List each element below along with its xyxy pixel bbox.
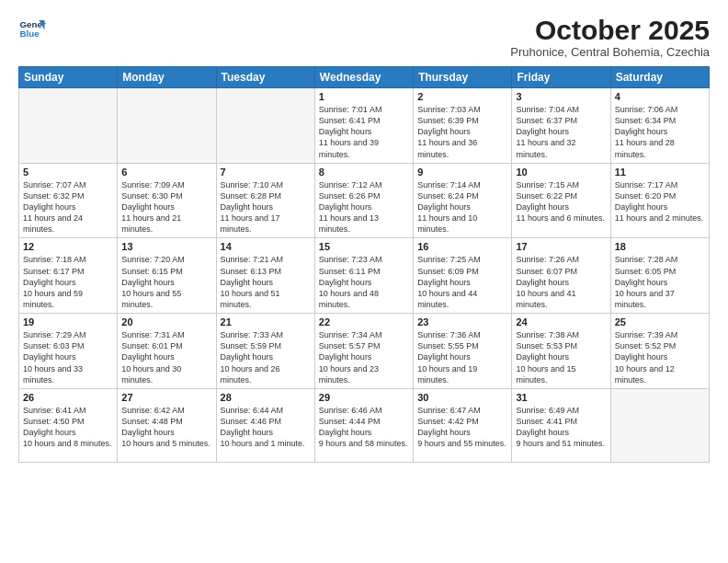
calendar-cell: 11Sunrise: 7:17 AMSunset: 6:20 PMDayligh…: [610, 163, 709, 238]
calendar-cell: 10Sunrise: 7:15 AMSunset: 6:22 PMDayligh…: [512, 163, 610, 238]
weekday-header-tuesday: Tuesday: [216, 67, 314, 88]
calendar-cell: 20Sunrise: 7:31 AMSunset: 6:01 PMDayligh…: [118, 314, 216, 389]
cell-text: Sunrise: 6:47 AMSunset: 4:42 PMDaylight …: [417, 405, 507, 450]
calendar-cell: 23Sunrise: 7:36 AMSunset: 5:55 PMDayligh…: [414, 314, 512, 389]
cell-text: Sunrise: 7:39 AMSunset: 5:52 PMDaylight …: [615, 329, 705, 385]
cell-text: Sunrise: 6:42 AMSunset: 4:48 PMDaylight …: [121, 405, 211, 450]
logo: General Blue: [18, 15, 46, 42]
calendar-cell: 15Sunrise: 7:23 AMSunset: 6:11 PMDayligh…: [314, 238, 413, 314]
calendar-cell: 21Sunrise: 7:33 AMSunset: 5:59 PMDayligh…: [216, 314, 314, 389]
calendar-cell: 30Sunrise: 6:47 AMSunset: 4:42 PMDayligh…: [414, 388, 512, 462]
day-number: 10: [516, 167, 606, 178]
day-number: 5: [23, 167, 113, 178]
day-number: 19: [23, 316, 113, 327]
day-number: 23: [417, 316, 507, 327]
cell-text: Sunrise: 7:09 AMSunset: 6:30 PMDaylight …: [121, 179, 211, 236]
cell-text: Sunrise: 7:26 AMSunset: 6:07 PMDaylight …: [516, 254, 606, 310]
day-number: 15: [319, 241, 409, 252]
day-number: 30: [417, 392, 507, 403]
cell-text: Sunrise: 7:12 AMSunset: 6:26 PMDaylight …: [319, 179, 409, 236]
calendar-cell: 12Sunrise: 7:18 AMSunset: 6:17 PMDayligh…: [19, 238, 118, 314]
cell-text: Sunrise: 7:04 AMSunset: 6:37 PMDaylight …: [516, 104, 606, 160]
calendar-cell: 16Sunrise: 7:25 AMSunset: 6:09 PMDayligh…: [414, 238, 512, 314]
logo-icon: General Blue: [18, 15, 46, 42]
svg-text:Blue: Blue: [20, 29, 40, 39]
weekday-header-wednesday: Wednesday: [314, 67, 413, 88]
calendar-cell: 29Sunrise: 6:46 AMSunset: 4:44 PMDayligh…: [314, 388, 413, 462]
day-number: 22: [319, 316, 409, 327]
calendar-cell: 2Sunrise: 7:03 AMSunset: 6:39 PMDaylight…: [414, 88, 512, 164]
day-number: 24: [516, 316, 606, 327]
calendar-cell: 13Sunrise: 7:20 AMSunset: 6:15 PMDayligh…: [118, 238, 216, 314]
cell-text: Sunrise: 7:20 AMSunset: 6:15 PMDaylight …: [121, 254, 211, 310]
weekday-header-thursday: Thursday: [414, 67, 512, 88]
calendar-cell: 7Sunrise: 7:10 AMSunset: 6:28 PMDaylight…: [216, 163, 314, 238]
cell-text: Sunrise: 7:07 AMSunset: 6:32 PMDaylight …: [23, 179, 113, 236]
cell-text: Sunrise: 7:23 AMSunset: 6:11 PMDaylight …: [319, 254, 409, 310]
cell-text: Sunrise: 7:03 AMSunset: 6:39 PMDaylight …: [417, 104, 507, 160]
day-number: 9: [417, 167, 507, 178]
month-title: October 2025: [510, 15, 710, 45]
cell-text: Sunrise: 7:17 AMSunset: 6:20 PMDaylight …: [615, 179, 705, 224]
weekday-header-friday: Friday: [512, 67, 610, 88]
day-number: 1: [319, 91, 409, 102]
calendar-cell: 3Sunrise: 7:04 AMSunset: 6:37 PMDaylight…: [512, 88, 610, 164]
day-number: 25: [615, 316, 705, 327]
cell-text: Sunrise: 7:14 AMSunset: 6:24 PMDaylight …: [417, 179, 507, 236]
calendar-cell: [19, 88, 118, 164]
calendar-cell: 22Sunrise: 7:34 AMSunset: 5:57 PMDayligh…: [314, 314, 413, 389]
calendar-cell: 8Sunrise: 7:12 AMSunset: 6:26 PMDaylight…: [314, 163, 413, 238]
day-number: 14: [221, 241, 311, 252]
calendar-cell: 14Sunrise: 7:21 AMSunset: 6:13 PMDayligh…: [216, 238, 314, 314]
calendar-cell: 26Sunrise: 6:41 AMSunset: 4:50 PMDayligh…: [19, 388, 118, 462]
calendar-cell: 6Sunrise: 7:09 AMSunset: 6:30 PMDaylight…: [118, 163, 216, 238]
title-block: October 2025 Pruhonice, Central Bohemia,…: [510, 15, 710, 59]
day-number: 2: [417, 91, 507, 102]
day-number: 29: [319, 392, 409, 403]
cell-text: Sunrise: 6:41 AMSunset: 4:50 PMDaylight …: [23, 405, 113, 450]
cell-text: Sunrise: 7:15 AMSunset: 6:22 PMDaylight …: [516, 179, 606, 224]
cell-text: Sunrise: 7:10 AMSunset: 6:28 PMDaylight …: [221, 179, 311, 236]
day-number: 17: [516, 241, 606, 252]
weekday-header-monday: Monday: [118, 67, 216, 88]
cell-text: Sunrise: 7:34 AMSunset: 5:57 PMDaylight …: [319, 329, 409, 385]
cell-text: Sunrise: 7:33 AMSunset: 5:59 PMDaylight …: [221, 329, 311, 385]
day-number: 3: [516, 91, 606, 102]
weekday-header-sunday: Sunday: [19, 67, 118, 88]
cell-text: Sunrise: 7:01 AMSunset: 6:41 PMDaylight …: [319, 104, 409, 160]
day-number: 4: [615, 91, 705, 102]
calendar-cell: 24Sunrise: 7:38 AMSunset: 5:53 PMDayligh…: [512, 314, 610, 389]
cell-text: Sunrise: 6:44 AMSunset: 4:46 PMDaylight …: [221, 405, 311, 450]
day-number: 27: [121, 392, 211, 403]
cell-text: Sunrise: 6:46 AMSunset: 4:44 PMDaylight …: [319, 405, 409, 450]
calendar-cell: [610, 388, 709, 462]
cell-text: Sunrise: 6:49 AMSunset: 4:41 PMDaylight …: [516, 405, 606, 450]
cell-text: Sunrise: 7:36 AMSunset: 5:55 PMDaylight …: [417, 329, 507, 385]
location: Pruhonice, Central Bohemia, Czechia: [510, 45, 710, 59]
cell-text: Sunrise: 7:06 AMSunset: 6:34 PMDaylight …: [615, 104, 705, 160]
calendar-cell: 5Sunrise: 7:07 AMSunset: 6:32 PMDaylight…: [19, 163, 118, 238]
calendar-cell: [216, 88, 314, 164]
day-number: 21: [221, 316, 311, 327]
cell-text: Sunrise: 7:29 AMSunset: 6:03 PMDaylight …: [23, 329, 113, 385]
day-number: 13: [121, 241, 211, 252]
calendar-cell: 9Sunrise: 7:14 AMSunset: 6:24 PMDaylight…: [414, 163, 512, 238]
weekday-header-saturday: Saturday: [610, 67, 709, 88]
calendar-cell: 28Sunrise: 6:44 AMSunset: 4:46 PMDayligh…: [216, 388, 314, 462]
calendar-cell: 17Sunrise: 7:26 AMSunset: 6:07 PMDayligh…: [512, 238, 610, 314]
calendar-cell: [118, 88, 216, 164]
calendar-cell: 1Sunrise: 7:01 AMSunset: 6:41 PMDaylight…: [314, 88, 413, 164]
day-number: 28: [221, 392, 311, 403]
day-number: 18: [615, 241, 705, 252]
day-number: 11: [615, 167, 705, 178]
calendar-cell: 19Sunrise: 7:29 AMSunset: 6:03 PMDayligh…: [19, 314, 118, 389]
day-number: 6: [121, 167, 211, 178]
day-number: 12: [23, 241, 113, 252]
day-number: 20: [121, 316, 211, 327]
calendar-cell: 25Sunrise: 7:39 AMSunset: 5:52 PMDayligh…: [610, 314, 709, 389]
day-number: 16: [417, 241, 507, 252]
day-number: 8: [319, 167, 409, 178]
cell-text: Sunrise: 7:38 AMSunset: 5:53 PMDaylight …: [516, 329, 606, 385]
cell-text: Sunrise: 7:21 AMSunset: 6:13 PMDaylight …: [221, 254, 311, 310]
day-number: 26: [23, 392, 113, 403]
